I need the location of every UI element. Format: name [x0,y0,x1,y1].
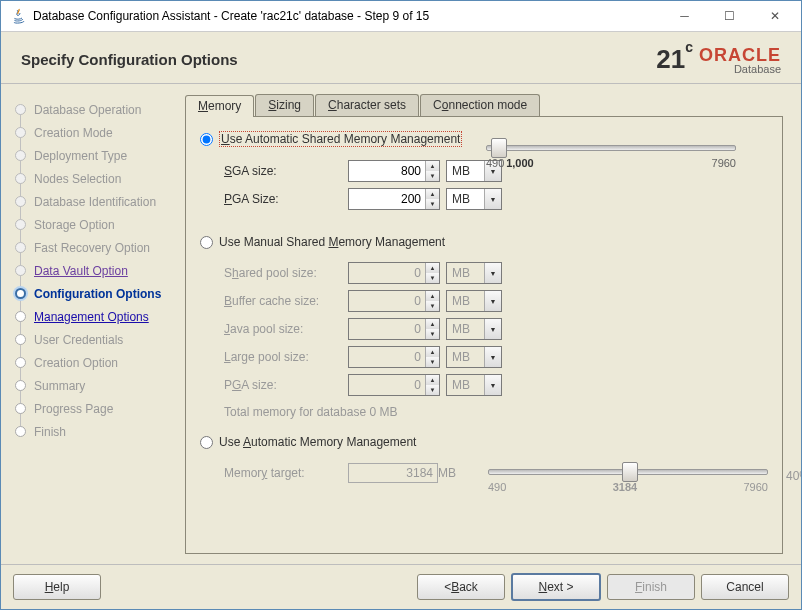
memory-slider[interactable]: 4901,0007960 [486,135,736,169]
spinner-up-icon[interactable]: ▲ [426,161,439,171]
oracle-logo: 21c ORACLE Database [656,44,781,75]
memory-target-input [348,463,438,483]
minimize-button[interactable]: ─ [662,2,707,30]
tab-sizing[interactable]: Sizing [255,94,314,116]
step-sidebar: Database Operation Creation Mode Deploym… [1,84,181,564]
step-configuration-options: Configuration Options [15,282,171,305]
step-user-credentials: User Credentials [15,328,171,351]
radio-automatic-memory[interactable]: Use Automatic Memory Management [200,435,768,449]
large-pool-spinner: ▲▼ [348,346,440,368]
step-management-options[interactable]: Management Options [15,305,171,328]
maximize-button[interactable]: ☐ [707,2,752,30]
slider-thumb-icon[interactable] [491,138,507,158]
page-title: Specify Configuration Options [21,51,656,68]
footer: Help < Back Next > Finish Cancel [1,564,801,609]
step-storage-option: Storage Option [15,213,171,236]
tab-memory[interactable]: Memory [185,95,254,118]
back-button[interactable]: < Back [417,574,505,600]
step-creation-mode: Creation Mode [15,121,171,144]
close-button[interactable]: ✕ [752,2,797,30]
java-pool-spinner: ▲▼ [348,318,440,340]
step-summary: Summary [15,374,171,397]
pga-size-spinner[interactable]: ▲▼ [348,188,440,210]
step-database-identification: Database Identification [15,190,171,213]
help-button[interactable]: Help [13,574,101,600]
tab-connection-mode[interactable]: Connection mode [420,94,540,116]
radio-auto-shared-memory-input[interactable] [200,133,213,146]
step-deployment-type: Deployment Type [15,144,171,167]
step-nodes-selection: Nodes Selection [15,167,171,190]
main-panel: Memory Sizing Character sets Connection … [181,84,801,564]
sga-size-spinner[interactable]: ▲▼ [348,160,440,182]
step-fast-recovery-option: Fast Recovery Option [15,236,171,259]
step-finish: Finish [15,420,171,443]
step-data-vault-option[interactable]: Data Vault Option [15,259,171,282]
radio-manual-memory-input[interactable] [200,236,213,249]
step-progress-page: Progress Page [15,397,171,420]
buffer-cache-spinner: ▲▼ [348,290,440,312]
shared-pool-spinner: ▲▼ [348,262,440,284]
memory-target-slider: 49031847960 40% [488,463,768,493]
radio-automatic-memory-input[interactable] [200,436,213,449]
java-icon [11,8,27,24]
step-creation-option: Creation Option [15,351,171,374]
shared-pool-unit: MB▼ [446,262,502,284]
tab-panel-memory: Use Automatic Shared Memory Management S… [185,117,783,554]
app-window: Database Configuration Assistant - Creat… [0,0,802,610]
radio-manual-memory[interactable]: Use Manual Shared Memory Management [200,235,768,249]
body: Database Operation Creation Mode Deploym… [1,84,801,564]
spinner-down-icon[interactable]: ▼ [426,171,439,181]
window-title: Database Configuration Assistant - Creat… [33,9,662,23]
page-header: Specify Configuration Options 21c ORACLE… [1,32,801,84]
tab-bar: Memory Sizing Character sets Connection … [185,94,783,117]
pga-unit-combo[interactable]: MB▼ [446,188,502,210]
cancel-button[interactable]: Cancel [701,574,789,600]
finish-button: Finish [607,574,695,600]
total-memory-label: Total memory for database 0 MB [224,405,768,419]
tab-character-sets[interactable]: Character sets [315,94,419,116]
next-button[interactable]: Next > [511,573,601,601]
pga-manual-spinner: ▲▼ [348,374,440,396]
titlebar: Database Configuration Assistant - Creat… [1,1,801,32]
step-database-operation: Database Operation [15,98,171,121]
